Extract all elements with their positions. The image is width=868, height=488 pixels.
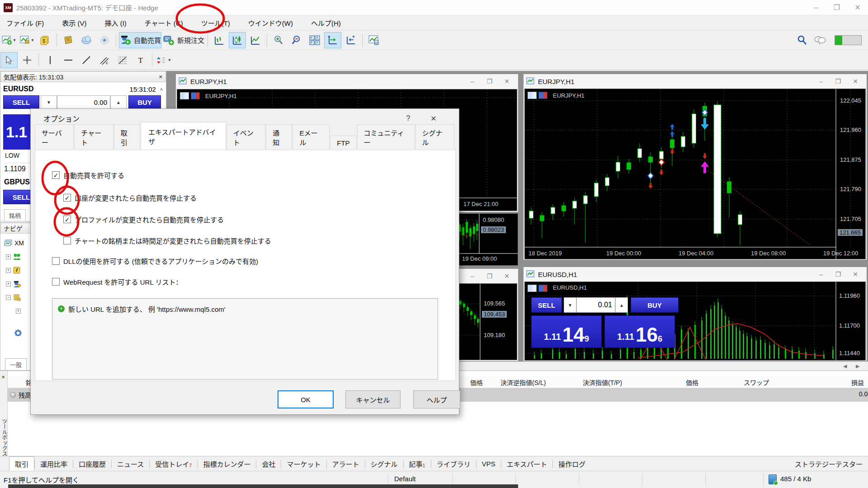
column-header-1[interactable]: 価格 [470,378,483,387]
profiles-button[interactable]: ▼ [19,32,36,48]
buy-button[interactable]: BUY [631,297,679,313]
maximize-button[interactable]: ❐ [826,0,847,15]
close-button[interactable]: ✕ [847,271,864,278]
auto-trading-toggle[interactable]: 自動売買 [119,32,161,48]
menu-item-6[interactable]: ヘルプ(H) [305,16,347,30]
channel-tool-button[interactable]: E [96,52,113,68]
chart-window-title-bar[interactable]: EURUSD,H1 –❐✕ [524,267,867,282]
help-button[interactable]: ヘルプ [413,390,460,408]
depth-of-market-icon[interactable] [538,92,547,99]
minimize-button[interactable]: – [812,78,830,85]
maximize-button[interactable]: ❐ [830,78,847,85]
dialog-tab-シグナル[interactable]: シグナル [415,124,454,150]
checkbox-2[interactable]: ✓ [63,216,71,223]
signals-broadcast-icon[interactable] [96,32,113,48]
expand-icon[interactable]: + [16,309,21,314]
expand-icon[interactable]: + [6,268,11,273]
trendline-tool-button[interactable] [78,52,95,68]
strategy-tester-button[interactable] [365,32,382,48]
community-cloud-icon[interactable] [78,32,95,48]
navigator-root-label[interactable]: XM [14,239,24,247]
minimize-button[interactable]: – [464,78,481,85]
checkbox-row-2[interactable]: ✓プロファイルが変更されたら自動売買を停止する [63,215,224,224]
volume-decrease-button[interactable]: ▼ [41,95,57,109]
dialog-help-icon[interactable]: ? [396,114,421,123]
menu-item-2[interactable]: 挿入 (I) [99,16,133,30]
dialog-close-icon[interactable]: ✕ [421,114,446,123]
chart-window-title-bar[interactable]: EURJPY,H1 –❐✕ [176,74,518,89]
zoom-in-button[interactable] [270,32,287,48]
chart-canvas[interactable]: EURUSD,H1 SELL ▼ 0.01 ▲ BUY 1.11149 1.11… [524,282,866,361]
buy-price-display[interactable]: 1.11166 [604,315,675,348]
toolbox-tab-エキスパート[interactable]: エキスパート [501,457,553,471]
menu-item-0[interactable]: ファイル (F) [0,16,50,30]
symbol-name[interactable]: EURUSD [3,85,34,93]
close-button[interactable]: ✕ [847,78,864,85]
dialog-tab-FTP[interactable]: FTP [330,136,356,150]
cursor-tool-button[interactable] [0,52,18,68]
minimize-button[interactable]: – [812,271,830,278]
menu-item-1[interactable]: 表示 (V) [56,16,93,30]
maximize-button[interactable]: ❐ [481,78,498,85]
checkbox-row-5[interactable]: WebRequest を許可する URL リスト： [52,277,182,286]
checkbox-1[interactable]: ✓ [63,194,71,202]
toolbox-tab-会社[interactable]: 会社 [256,457,281,471]
menu-item-4[interactable]: ツール(T) [195,16,236,30]
tile-windows-button[interactable] [306,32,323,48]
checkbox-row-0[interactable]: ✓自動売買を許可する [52,170,124,180]
column-header-4[interactable]: 価格 [686,378,698,387]
chevron-down-icon[interactable]: ▼ [31,38,35,42]
close-button[interactable]: ✕ [498,78,515,85]
close-icon[interactable]: ✕ [1,375,5,380]
sell-button[interactable]: SELL [3,95,39,109]
text-tool-button[interactable]: T [132,52,149,68]
toolbox-tab-指標カレンダー[interactable]: 指標カレンダー [198,457,256,471]
collapse-icon[interactable]: − [6,295,11,300]
dialog-tab-取引[interactable]: 取引 [114,124,140,150]
symbols-button[interactable]: $ [37,32,54,48]
toolbox-tab-ライブラリ[interactable]: ライブラリ [431,457,476,471]
vertical-line-tool-button[interactable] [42,52,59,68]
dialog-tab-サーバー[interactable]: サーバー [35,124,74,150]
chart-shift-button[interactable] [342,32,359,48]
market-watch-tab-symbols[interactable]: 銘柄 [4,209,26,221]
minimize-button[interactable]: – [464,272,481,280]
chart-canvas[interactable]: EURJPY,H1 122.045121.960121.875121.79012… [524,89,866,259]
toolbox-tab-運用比率[interactable]: 運用比率 [35,457,73,471]
scroll-left-icon[interactable]: ◀ [843,363,847,369]
navigator-tab-common[interactable]: 一般 [5,358,27,370]
volume-input[interactable]: 0.00 [57,95,110,109]
bar-chart-mode-button[interactable] [211,32,228,48]
strategy-tester-link[interactable]: ストラテジーテスター [795,459,863,469]
chart-window-eurjpy[interactable]: EURJPY,H1 –❐✕ EURJPY,H1 122.045121.96012… [523,74,867,260]
buy-button[interactable]: BUY [128,95,161,109]
toolbox-tab-操作ログ[interactable]: 操作ログ [553,457,591,471]
volume-increase-button[interactable]: ▲ [615,297,628,313]
chart-window-eurusd[interactable]: EURUSD,H1 –❐✕ EURUSD,H1 SELL ▼ 0.01 ▲ BU… [523,267,867,361]
depth-of-market-icon[interactable] [191,92,200,99]
toolbox-tab-マーケット[interactable]: マーケット [281,457,326,471]
dialog-tab-イベント[interactable]: イベント [226,124,265,150]
menu-item-5[interactable]: ウインドウ(W) [242,16,299,30]
webrequest-url-list[interactable]: + 新しい URL を追加する、 例 'https://www.mql5.com… [52,298,438,380]
column-header-3[interactable]: 決済指値(T/P) [583,378,622,387]
zoom-out-button[interactable] [288,32,305,48]
candlestick-mode-button[interactable] [229,32,246,48]
volume-input[interactable]: 0.01 [576,297,615,313]
one-click-icon[interactable] [180,92,189,99]
symbol-name-2[interactable]: GBPUS [4,178,30,186]
depth-of-market-icon[interactable] [538,285,547,292]
column-header-5[interactable]: スワップ [744,378,769,387]
shapes-tool-button[interactable]: ▼ [155,52,172,68]
new-order-button[interactable]: 新規注文 [162,32,205,48]
server-connection-icon[interactable] [769,474,777,484]
checkbox-row-4[interactable]: DLLの使用を許可する (信頼できるアプリケーションのみで有効) [52,256,258,266]
toolbox-tab-VPS[interactable]: VPS [476,458,501,470]
menu-item-3[interactable]: チャート (C) [138,16,189,30]
checkbox-0[interactable]: ✓ [52,171,60,179]
toolbox-tab-シグナル[interactable]: シグナル [365,457,403,471]
dialog-tab-Eメール[interactable]: Eメール [292,124,330,150]
dialog-tab-通知[interactable]: 通知 [266,124,292,150]
search-icon[interactable] [793,32,811,48]
scroll-up-icon[interactable]: ∧ [160,86,163,92]
